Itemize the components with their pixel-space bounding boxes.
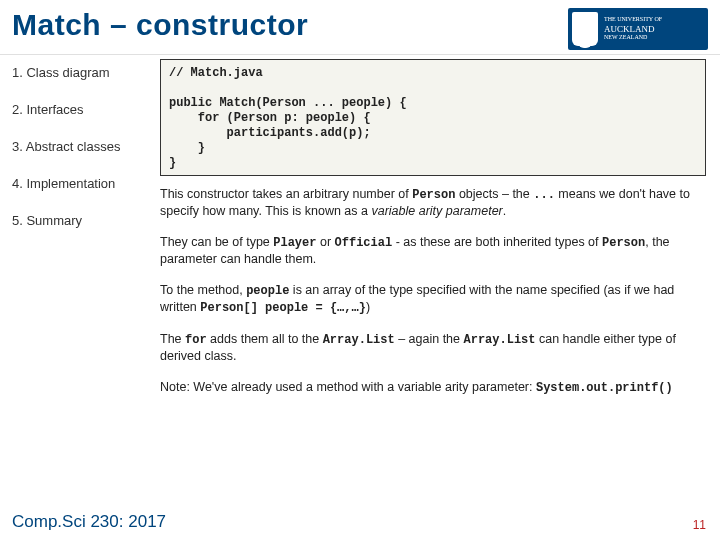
paragraph-5: Note: We've already used a method with a… [160, 379, 706, 396]
emphasis: variable arity parameter [371, 204, 502, 218]
logo-line2: AUCKLAND [604, 24, 662, 35]
university-logo: THE UNIVERSITY OF AUCKLAND NEW ZEALAND [568, 8, 708, 50]
slide-header: Match – constructor THE UNIVERSITY OF AU… [0, 0, 720, 55]
text: The [160, 332, 185, 346]
logo-line1: THE UNIVERSITY OF [604, 16, 662, 22]
text: To the method, [160, 283, 246, 297]
outline-item: 4. Implementation [12, 176, 152, 191]
code-inline: Person [602, 236, 645, 250]
outline-item: 3. Abstract classes [12, 139, 152, 154]
page-number: 11 [693, 518, 706, 532]
code-inline: Official [335, 236, 393, 250]
slide-body: 1. Class diagram 2. Interfaces 3. Abstra… [0, 55, 720, 410]
code-inline: Person[] people = {…,…} [200, 301, 366, 315]
code-inline: Player [273, 236, 316, 250]
text: - as these are both inherited types of [392, 235, 602, 249]
paragraph-2: They can be of type Player or Official -… [160, 234, 706, 268]
main-content: // Match.java public Match(Person ... pe… [160, 55, 720, 410]
course-footer: Comp.Sci 230: 2017 [12, 512, 166, 532]
paragraph-3: To the method, people is an array of the… [160, 282, 706, 316]
outline-item: 2. Interfaces [12, 102, 152, 117]
text: This constructor takes an arbitrary numb… [160, 187, 412, 201]
text: . [503, 204, 506, 218]
crest-icon [572, 12, 598, 46]
code-inline: for [185, 333, 207, 347]
text: ) [366, 300, 370, 314]
text: adds them all to the [207, 332, 323, 346]
outline-item: 1. Class diagram [12, 65, 152, 80]
text: or [316, 235, 334, 249]
outline-sidebar: 1. Class diagram 2. Interfaces 3. Abstra… [0, 55, 160, 410]
logo-text: THE UNIVERSITY OF AUCKLAND NEW ZEALAND [604, 16, 662, 41]
code-inline: Array.List [464, 333, 536, 347]
code-inline: people [246, 284, 289, 298]
text: – again the [395, 332, 464, 346]
code-block: // Match.java public Match(Person ... pe… [160, 59, 706, 176]
paragraph-4: The for adds them all to the Array.List … [160, 331, 706, 365]
code-inline: Person [412, 188, 455, 202]
text: Note: We've already used a method with a… [160, 380, 536, 394]
logo-line3: NEW ZEALAND [604, 34, 647, 40]
paragraph-1: This constructor takes an arbitrary numb… [160, 186, 706, 220]
text: objects – the [455, 187, 533, 201]
text: They can be of type [160, 235, 273, 249]
outline-item: 5. Summary [12, 213, 152, 228]
code-inline: ... [533, 188, 555, 202]
slide-title: Match – constructor [12, 8, 568, 42]
code-inline: System.out.printf() [536, 381, 673, 395]
code-inline: Array.List [323, 333, 395, 347]
